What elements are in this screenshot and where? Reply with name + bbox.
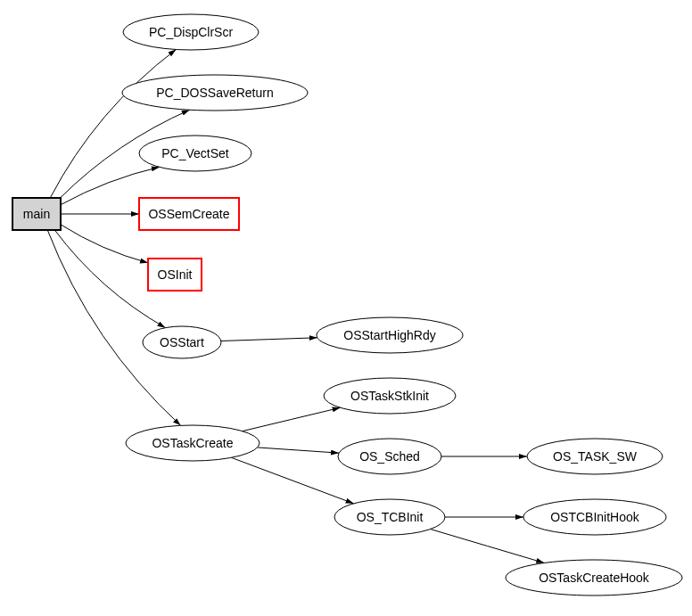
node-OSSemCreate [139, 198, 239, 230]
node-OSTaskCreate [126, 425, 260, 461]
callgraph-canvas [0, 0, 692, 616]
node-OS_TCBInit [334, 499, 445, 535]
node-OSTaskStkInit [324, 378, 456, 414]
edge-OSTaskCreate-OS_Sched [258, 448, 339, 453]
edge-OSStart-OSStartHighRdy [221, 338, 317, 341]
edge-main-OSInit [61, 225, 148, 263]
node-main [12, 198, 61, 230]
node-PC_DOSSaveReturn [122, 75, 308, 111]
node-OSTaskCreateHook [506, 560, 682, 595]
node-PC_DispClrScr [123, 14, 259, 50]
node-OSStart [143, 326, 221, 358]
edge-OS_TCBInit-OSTaskCreateHook [431, 530, 545, 563]
node-PC_VectSet [139, 136, 251, 171]
node-OSInit [148, 259, 202, 291]
node-OS_TASK_SW [527, 439, 663, 474]
edge-main-PC_DispClrScr [50, 50, 176, 198]
node-OSTCBInitHook [523, 499, 666, 535]
edge-OSTaskCreate-OSTaskStkInit [243, 407, 341, 431]
node-OS_Sched [338, 439, 441, 474]
edge-OSTaskCreate-OS_TCBInit [231, 457, 353, 504]
node-OSStartHighRdy [317, 317, 463, 353]
